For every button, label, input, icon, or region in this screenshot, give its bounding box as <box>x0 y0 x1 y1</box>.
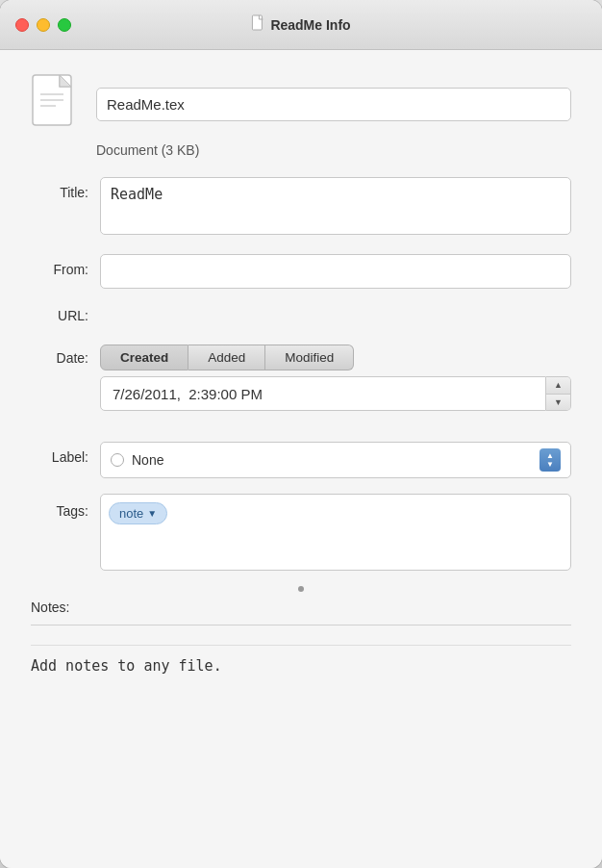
notes-section: Notes: <box>31 600 571 730</box>
notes-divider <box>31 625 571 625</box>
url-label: URL: <box>31 304 88 323</box>
notes-header: Notes: <box>31 600 571 621</box>
tag-dropdown-arrow: ▼ <box>147 508 157 519</box>
date-label: Date: <box>31 345 88 366</box>
window-title: ReadMe Info <box>270 17 350 33</box>
from-label: From: <box>31 254 88 277</box>
minimize-button[interactable] <box>37 18 50 32</box>
select-arrow-up: ▲ <box>546 452 554 460</box>
from-row: From: <box>31 254 571 289</box>
title-input[interactable] <box>100 177 571 235</box>
tag-chip-note[interactable]: note ▼ <box>109 502 167 524</box>
date-tab-modified[interactable]: Modified <box>265 345 354 370</box>
label-label: Label: <box>31 442 88 465</box>
svg-rect-0 <box>252 15 262 30</box>
content-area: Document (3 KB) Title: From: URL: Date: <box>0 50 602 868</box>
stepper-down-button[interactable]: ▼ <box>546 395 570 411</box>
date-tab-created[interactable]: Created <box>100 345 188 370</box>
traffic-lights <box>15 18 71 32</box>
url-row: URL: <box>31 304 571 331</box>
close-button[interactable] <box>15 18 29 32</box>
file-icon-titlebar <box>251 14 264 35</box>
url-input[interactable] <box>100 304 571 331</box>
label-color-dot <box>111 453 124 467</box>
window: ReadMe Info Document (3 KB) Title: <box>0 0 602 868</box>
notes-label: Notes: <box>31 600 69 615</box>
titlebar-title: ReadMe Info <box>251 14 350 35</box>
titlebar: ReadMe Info <box>0 0 602 50</box>
file-icon-large <box>31 73 81 135</box>
from-input[interactable] <box>100 254 571 289</box>
date-tab-added[interactable]: Added <box>188 345 265 370</box>
drag-handle <box>298 586 304 592</box>
label-row: Label: None Red Orange Yellow Green Blue… <box>31 442 571 478</box>
stepper-up-button[interactable]: ▲ <box>546 377 570 395</box>
label-select-arrows[interactable]: ▲ ▼ <box>539 448 561 472</box>
file-name-input[interactable] <box>96 88 571 121</box>
title-row: Title: <box>31 177 571 239</box>
date-row: Date: Created Added Modified ▲ ▼ <box>31 345 571 426</box>
select-arrow-down: ▼ <box>546 461 554 469</box>
maximize-button[interactable] <box>58 18 71 32</box>
date-value-row: ▲ ▼ <box>100 376 571 411</box>
date-stepper: ▲ ▼ <box>546 376 571 411</box>
tags-row: Tags: note ▼ <box>31 494 571 571</box>
tags-area[interactable]: note ▼ <box>100 494 571 571</box>
label-select-wrapper: None Red Orange Yellow Green Blue Purple… <box>100 442 571 478</box>
label-select[interactable]: None Red Orange Yellow Green Blue Purple… <box>132 452 539 468</box>
tag-label: note <box>119 506 143 521</box>
tags-label: Tags: <box>31 494 88 519</box>
notes-textarea[interactable] <box>31 645 571 727</box>
file-type: Document (3 KB) <box>96 142 571 158</box>
title-label: Title: <box>31 177 88 200</box>
date-tabs: Created Added Modified <box>100 345 571 370</box>
file-header <box>31 73 571 135</box>
date-value-input[interactable] <box>100 376 546 411</box>
